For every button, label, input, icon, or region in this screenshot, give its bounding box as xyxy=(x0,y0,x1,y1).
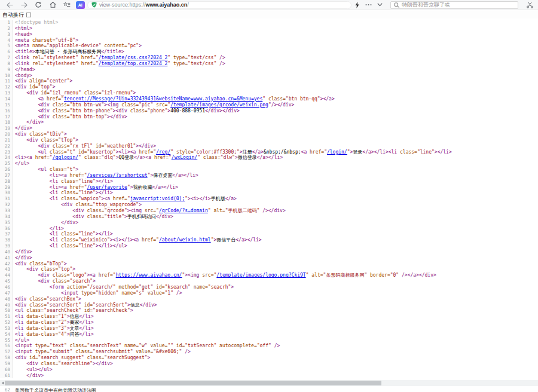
address-host: www.aiyahao.cn xyxy=(146,2,188,8)
source-line-row: 4<meta charset="utf-8"> xyxy=(0,38,538,44)
line-number: 4 xyxy=(0,38,13,44)
forward-button[interactable] xyxy=(17,1,31,10)
source-line-row: 31 <li class="wapico"><a href="javascrip… xyxy=(0,196,538,202)
more-dots-icon xyxy=(365,4,372,6)
bookmark-button[interactable] xyxy=(60,1,74,10)
screenshot-clip-button[interactable] xyxy=(524,1,536,10)
source-link[interactable]: /services/?s=shortcut xyxy=(87,173,147,178)
browser-search-box[interactable]: 特朗普和普京聊了啥 xyxy=(390,1,518,9)
line-content: <div class="btn btn-top"></div> xyxy=(13,114,127,120)
line-content: <div class="bTop"> xyxy=(13,261,67,267)
line-number: 60 xyxy=(0,367,13,373)
source-line-row: 40</div> xyxy=(0,249,538,255)
source-link[interactable]: /wxLogin/ xyxy=(172,155,197,160)
line-content: <div align="center"> xyxy=(13,78,72,84)
line-content: <li><a href="/qqlogin/" class="dlq">QQ登录… xyxy=(13,155,283,161)
source-link[interactable]: /template/top.css?2024_2 xyxy=(99,61,168,66)
source-line-row: 2<html> xyxy=(0,26,538,32)
line-number: 58 xyxy=(0,355,13,361)
source-line-row: 42<div class="bTop"> xyxy=(0,261,538,267)
ai-assistant-button[interactable]: AI xyxy=(76,1,85,9)
line-number: 22 xyxy=(0,143,13,149)
source-link[interactable]: /template/css.css?2024_2 xyxy=(99,55,168,60)
source-line-row: 15 <div class="btn btn-wx"><img class="p… xyxy=(0,102,538,108)
horizontal-scrollbar-thumb[interactable] xyxy=(5,381,381,385)
line-number: 46 xyxy=(0,284,13,290)
source-line-row: 57<input type="submit" class="searchsubm… xyxy=(0,349,538,355)
source-line-row: 34 <div class="title">手机扫码访问</div> xyxy=(0,214,538,220)
line-number: 61 xyxy=(0,373,13,379)
source-line-row: 13 <div id="izl_rmenu" class="izl-rmenu"… xyxy=(0,90,538,96)
line-content: </li> xyxy=(13,226,64,232)
source-line-row: 9</head> xyxy=(0,67,538,73)
reload-button[interactable] xyxy=(31,1,45,10)
source-line-row: 37 <li class="line"></li> xyxy=(0,231,538,237)
source-line-row: 35 </div> xyxy=(0,220,538,226)
line-content: <li><a href="/user/favorite">我的收藏</a></l… xyxy=(13,185,178,191)
line-content: <div id="izl_rmenu" class="izl-rmenu"> xyxy=(13,90,136,96)
line-number: 49 xyxy=(0,302,13,308)
line-number: 12 xyxy=(0,84,13,90)
line-content: <head> xyxy=(13,32,32,38)
source-link[interactable]: javascript:void(0); xyxy=(130,196,185,201)
partial-line-text: 美国数千名议员中有的党团活动违法图 xyxy=(13,387,96,392)
chevron-down-icon xyxy=(377,3,383,7)
source-link[interactable]: /template/images/logo.png?Cki9T xyxy=(216,272,305,278)
line-number: 10 xyxy=(0,73,13,79)
address-url: view-source:https://www.aiyahao.cn/ xyxy=(99,2,189,8)
source-line-row: 58<div id="search_suggest" class="search… xyxy=(0,355,538,361)
line-number: 29 xyxy=(0,185,13,191)
line-number: 7 xyxy=(0,55,13,61)
line-number: 25 xyxy=(0,161,13,167)
source-line-row: 16 <div class="btn btn-phone"><div class… xyxy=(0,108,538,114)
source-link[interactable]: /user/favorite xyxy=(87,185,127,190)
toolbar-collapse-button[interactable] xyxy=(374,1,386,10)
home-button[interactable] xyxy=(45,1,60,10)
source-link[interactable]: /login/ xyxy=(327,149,347,155)
line-number: 24 xyxy=(0,155,13,161)
source-link[interactable]: /about/weixin.html xyxy=(159,237,211,243)
line-content: <li data-class="4">问答</li> xyxy=(13,332,94,338)
line-number: 38 xyxy=(0,237,13,243)
source-line-row: 49<div class="searchSort" id="searchSort… xyxy=(0,302,538,308)
horizontal-scrollbar[interactable] xyxy=(0,380,538,386)
line-content: <div class="tDiv"> xyxy=(13,131,67,137)
source-link[interactable]: tencent://Message/?Uin=332439431&website… xyxy=(64,96,262,102)
search-suggestion-text: 特朗普和普京聊了啥 xyxy=(402,1,450,9)
line-content: </ul> xyxy=(13,338,29,344)
line-number: 41 xyxy=(0,255,13,261)
line-number: 34 xyxy=(0,214,13,220)
back-button[interactable] xyxy=(2,1,17,10)
source-line-row: 51<li data-class="1">信息</li> xyxy=(0,314,538,320)
line-content: <a href="tencent://Message/?Uin=33243943… xyxy=(13,96,335,102)
source-line-row: 27 <li><a href="/services/?s=shortcut">保… xyxy=(0,173,538,179)
source-line-row: 36 </li> xyxy=(0,226,538,232)
source-link[interactable]: https://www.aiyahao.cn/ xyxy=(116,272,182,278)
line-number: 56 xyxy=(0,343,13,349)
line-content: <li data-class="2">商家</li> xyxy=(13,320,94,326)
source-link[interactable]: /qrCode/?s=domain xyxy=(159,208,208,213)
line-number: 19 xyxy=(0,125,13,131)
forward-arrow-icon xyxy=(21,2,27,8)
source-line-row: 6<title>本地问答 - 条形码商标服务网</title> xyxy=(0,49,538,55)
source-line-row: 54<li data-class="4">问答</li> xyxy=(0,332,538,338)
line-content: <ul></ul> xyxy=(13,367,53,373)
address-bar[interactable]: view-source:https://www.aiyahao.cn/ xyxy=(87,1,351,9)
source-line-row: 55</ul> xyxy=(0,338,538,344)
source-link[interactable]: /qqlogin/ xyxy=(53,155,78,160)
source-line-row: 24<li><a href="/qqlogin/" class="dlq">QQ… xyxy=(0,155,538,161)
line-number: 45 xyxy=(0,278,13,284)
ai-badge-label: AI xyxy=(78,3,82,7)
scrollbar-left-arrow[interactable] xyxy=(0,380,5,386)
quick-actions-button[interactable] xyxy=(351,1,363,10)
line-content: <meta charset="utf-8"> xyxy=(13,38,78,44)
word-wrap-label: 自动换行 xyxy=(2,11,24,19)
line-content: <input type="submit" class="searchsubmit… xyxy=(13,349,191,355)
source-link[interactable]: /template/images/qrcode/weixin.png xyxy=(170,102,268,108)
source-link[interactable]: /reg/ xyxy=(156,149,170,155)
more-menu-button[interactable] xyxy=(363,1,374,10)
source-line-row: 19</div> xyxy=(0,125,538,131)
word-wrap-checkbox[interactable] xyxy=(26,13,31,17)
source-line-row: 44 <div class="logo"><a href="https://ww… xyxy=(0,272,538,278)
source-line-row: 22 <div class="rx tFl" id="weather01"></… xyxy=(0,143,538,149)
